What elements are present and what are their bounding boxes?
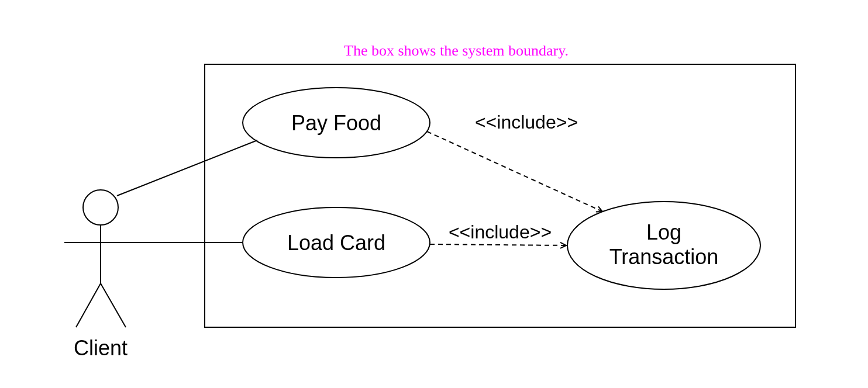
- usecase-log-transaction-label-line1: Log: [646, 220, 681, 244]
- include-loadcard-log: [430, 244, 566, 245]
- include-loadcard-log-label: <<include>>: [449, 221, 552, 243]
- assoc-client-payfood: [117, 140, 257, 196]
- usecase-pay-food-label: Pay Food: [291, 111, 381, 135]
- usecase-log-transaction-label-line2: Transaction: [609, 245, 719, 269]
- svg-line-3: [101, 283, 126, 327]
- actor-label: Client: [74, 336, 128, 360]
- include-payfood-log-label: <<include>>: [475, 112, 578, 133]
- diagram-caption: The box shows the system boundary.: [344, 42, 569, 59]
- actor-head-icon: [83, 190, 118, 225]
- svg-line-2: [76, 283, 101, 327]
- actor-client: [64, 190, 137, 327]
- usecase-load-card-label: Load Card: [287, 231, 385, 255]
- include-payfood-log: [427, 131, 602, 212]
- use-case-diagram: The box shows the system boundary. Clien…: [0, 0, 868, 388]
